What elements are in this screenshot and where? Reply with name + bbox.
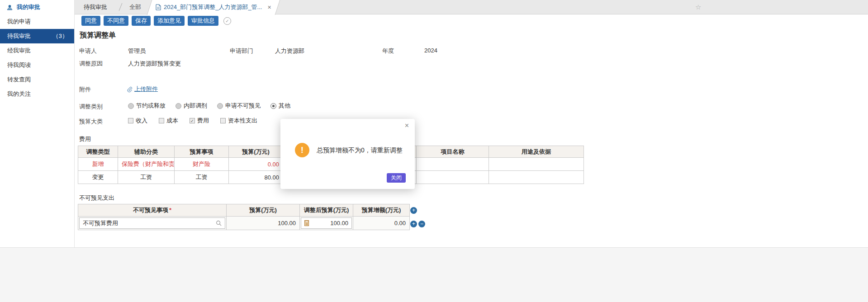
checkbox-label: 费用 — [197, 117, 209, 125]
reason-value: 人力资源部预算变更 — [128, 60, 181, 68]
checkbox-icon — [159, 118, 164, 123]
sidebar-item-pending-my-approval[interactable]: 待我审批 （3） — [0, 29, 74, 43]
cell-budget-item: 财产险 — [175, 158, 229, 171]
sidebar-header-label: 我的审批 — [17, 3, 40, 11]
applicant-value: 管理员 — [128, 47, 146, 55]
checkbox-icon-checked — [190, 118, 195, 123]
search-icon[interactable] — [216, 220, 222, 226]
tab-bar: 待我审批 全部 2024_部门预算调整_人力资源部_管... × ☆ — [75, 0, 868, 14]
year-label: 年度 — [382, 47, 394, 55]
sidebar-item-my-applications[interactable]: 我的申请 — [0, 14, 74, 29]
radio-option-other[interactable]: 其他 — [270, 102, 290, 110]
cell-budget-amount: 80.00 — [229, 171, 283, 184]
cell-aux-category: 工资 — [118, 171, 175, 184]
tab-close-icon[interactable]: × — [267, 4, 271, 11]
cell-project-name — [417, 158, 489, 171]
checkbox-option-expense[interactable]: 费用 — [190, 117, 209, 125]
approval-info-button[interactable]: 审批信息 — [188, 16, 218, 26]
cell-budget-item: 工资 — [175, 171, 229, 184]
add-comment-button[interactable]: 添加意见 — [154, 16, 185, 26]
page-background — [0, 247, 868, 302]
dialog-close-button[interactable]: 关闭 — [387, 173, 406, 183]
upload-attachment-link[interactable]: 上传附件 — [127, 85, 158, 93]
sidebar-item-approved-by-me[interactable]: 经我审批 — [0, 43, 74, 58]
sidebar-item-label: 待我阅读 — [7, 61, 31, 69]
radio-label: 申请不可预见 — [225, 102, 261, 110]
tab-label: 2024_部门预算调整_人力资源部_管... — [164, 3, 262, 11]
col-unforeseen-increase: 预算增额(万元) — [353, 204, 410, 217]
radio-option-unforeseen[interactable]: 申请不可预见 — [217, 102, 261, 110]
department-value: 人力资源部 — [275, 47, 304, 55]
warning-icon: ! — [295, 143, 309, 157]
upload-attachment-text: 上传附件 — [134, 85, 158, 93]
cell-aux-category: 保险费（财产险和责... — [118, 158, 175, 171]
dialog-close-icon[interactable]: × — [405, 122, 409, 130]
adjusted-budget-input[interactable]: 100.00 — [301, 217, 352, 229]
approval-toolbar: 同意 不同意 保存 添加意见 审批信息 ✓ — [75, 14, 868, 27]
sidebar-item-my-follow[interactable]: 我的关注 — [0, 87, 74, 101]
seal-toggle-icon[interactable]: ✓ — [223, 17, 231, 25]
add-row-button[interactable]: + — [410, 207, 417, 214]
cell-unforeseen-adjusted: 100.00 — [300, 217, 353, 230]
radio-option-saving[interactable]: 节约或释放 — [128, 102, 166, 110]
attachment-label: 附件 — [79, 85, 91, 94]
approval-stamp-icon — [6, 4, 13, 11]
col-unforeseen-adjusted: 调整后预算(万元) — [300, 204, 353, 217]
radio-label: 内部调剂 — [184, 102, 207, 110]
tab-document[interactable]: 2024_部门预算调整_人力资源部_管... × — [148, 0, 279, 14]
radio-label: 其他 — [279, 102, 290, 110]
reject-button[interactable]: 不同意 — [104, 16, 128, 26]
cell-unforeseen-item: 不可预算费用 — [78, 217, 227, 230]
radio-icon — [128, 103, 134, 109]
row-add-button[interactable]: + — [410, 221, 417, 227]
cell-unforeseen-increase: 0.00 — [353, 217, 410, 230]
adjust-category-group: 节约或释放 内部调剂 申请不可预见 其他 — [128, 102, 290, 110]
checkbox-label: 收入 — [136, 117, 147, 125]
sidebar-item-forward-review[interactable]: 转发查阅 — [0, 72, 74, 87]
unforeseen-item-header-text: 不可预见事项 — [133, 207, 168, 213]
page-title: 预算调整单 — [80, 31, 116, 40]
checkbox-option-cost[interactable]: 成本 — [159, 117, 178, 125]
row-remove-button[interactable]: − — [418, 221, 425, 227]
tab-label: 全部 — [129, 3, 141, 11]
cell-project-name — [417, 171, 489, 184]
radio-icon-checked — [270, 103, 276, 109]
approve-button[interactable]: 同意 — [81, 16, 100, 26]
applicant-label: 申请人 — [79, 47, 97, 55]
unforeseen-item-input[interactable]: 不可预算费用 — [79, 217, 225, 229]
cell-adjust-type: 新增 — [78, 158, 118, 171]
required-asterisk: * — [169, 207, 171, 213]
document-icon — [156, 4, 161, 10]
checkbox-option-income[interactable]: 收入 — [128, 117, 147, 125]
col-budget-amount: 预算(万元) — [229, 146, 283, 158]
expense-section-title: 费用 — [79, 135, 91, 143]
alert-message: 总预算增额不为0，请重新调整 — [317, 146, 403, 155]
col-project-name: 项目名称 — [417, 146, 489, 158]
tab-all[interactable]: 全部 — [122, 0, 148, 14]
col-unforeseen-item: 不可预见事项* — [78, 204, 227, 217]
save-button[interactable]: 保存 — [132, 16, 151, 26]
radio-icon — [175, 103, 181, 109]
col-adjust-type: 调整类型 — [78, 146, 118, 158]
sidebar-item-label: 我的申请 — [7, 18, 31, 26]
favorite-star-icon[interactable]: ☆ — [695, 3, 701, 11]
app-window: 我的审批 我的申请 待我审批 （3） 经我审批 待我阅读 转发查阅 我的关注 待… — [0, 0, 868, 302]
reason-label: 调整原因 — [79, 60, 103, 68]
sidebar: 我的审批 我的申请 待我审批 （3） 经我审批 待我阅读 转发查阅 我的关注 — [0, 0, 75, 247]
adjusted-budget-value: 100.00 — [330, 220, 348, 226]
checkbox-label: 资本性支出 — [228, 117, 257, 125]
radio-icon — [217, 103, 223, 109]
tab-section-label: 待我审批 — [75, 3, 119, 11]
checkbox-option-capital[interactable]: 资本性支出 — [220, 117, 257, 125]
calculator-icon[interactable] — [304, 220, 309, 226]
document-content: 预算调整单 申请人 管理员 申请部门 人力资源部 年度 2024 调整原因 人力… — [75, 27, 868, 247]
radio-label: 节约或释放 — [136, 102, 166, 110]
cell-purpose — [489, 171, 584, 184]
sidebar-header-my-approvals[interactable]: 我的审批 — [0, 0, 74, 14]
sidebar-item-pending-my-reading[interactable]: 待我阅读 — [0, 58, 74, 72]
alert-dialog: × ! 总预算增额不为0，请重新调整 关闭 — [280, 119, 415, 189]
sidebar-item-label: 转发查阅 — [7, 76, 31, 84]
cell-unforeseen-budget: 100.00 — [227, 217, 300, 230]
cell-budget-amount: 0.00 — [229, 158, 283, 171]
radio-option-internal[interactable]: 内部调剂 — [175, 102, 207, 110]
